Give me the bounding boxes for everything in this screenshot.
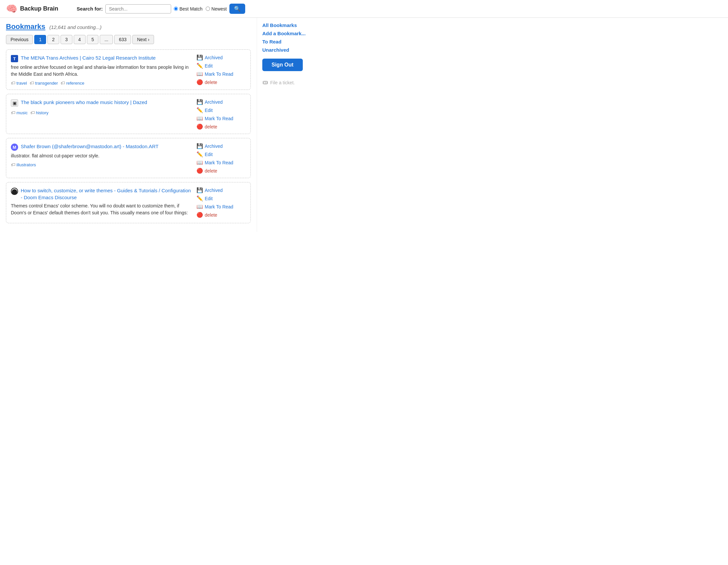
page-1-button[interactable]: 1 — [34, 35, 46, 44]
tag-link[interactable]: 🏷music — [11, 110, 28, 115]
search-input[interactable] — [105, 4, 171, 13]
bookmark-title-row: T The MENA Trans Archives | Cairo 52 Leg… — [11, 54, 193, 62]
bookmark-title-row: ▣ The black punk pioneers who made music… — [11, 99, 193, 107]
next-page-button[interactable]: Next › — [132, 35, 154, 44]
archived-button[interactable]: 💾Archived — [196, 187, 222, 193]
page-title-area: Bookmarks (12,641 and counting...) — [6, 22, 251, 31]
tag-icon: 🏷 — [11, 162, 15, 167]
bookmark-description: free online archive focused on legal and… — [11, 64, 193, 78]
tag-icon: 🏷 — [11, 110, 15, 115]
page-4-button[interactable]: 4 — [74, 35, 86, 44]
page-2-button[interactable]: 2 — [47, 35, 59, 44]
bookmark-list: T The MENA Trans Archives | Cairo 52 Leg… — [6, 49, 251, 223]
edit-button[interactable]: ✏️Edit — [196, 107, 213, 113]
edit-button[interactable]: ✏️Edit — [196, 63, 213, 69]
tag-link[interactable]: 🏷transgender — [30, 80, 58, 86]
main-content: Bookmarks (12,641 and counting...) Previ… — [0, 18, 257, 232]
bookmark-content: M Shafer Brown (@shaferbrown@mastodon.ar… — [11, 143, 193, 174]
logo-area: 🧠 Backup Brain — [6, 3, 58, 14]
bookmark-card: ⬤ How to switch, customize, or write the… — [6, 182, 251, 223]
pagination: Previous 1 2 3 4 5 ... 633 Next › — [6, 35, 251, 44]
favicon-icon: M — [11, 143, 18, 151]
archived-button[interactable]: 💾Archived — [196, 143, 222, 149]
delete-icon: 🔴 — [196, 79, 203, 85]
favicon-icon: ▣ — [11, 99, 18, 107]
page-3-button[interactable]: 3 — [61, 35, 72, 44]
delete-button[interactable]: 🔴delete — [196, 212, 217, 218]
tag-link[interactable]: 🏷illustrators — [11, 162, 36, 167]
radio-group: Best Match Newest — [174, 6, 227, 12]
archived-button[interactable]: 💾Archived — [196, 99, 222, 105]
bookmark-link[interactable]: The MENA Trans Archives | Cairo 52 Legal… — [21, 54, 156, 61]
bookmark-card: ▣ The black punk pioneers who made music… — [6, 94, 251, 134]
bookmark-tags: 🏷travel 🏷transgender 🏷reference — [11, 80, 193, 86]
best-match-label: Best Match — [179, 6, 202, 12]
bookmark-content: T The MENA Trans Archives | Cairo 52 Leg… — [11, 54, 193, 86]
delete-icon: 🔴 — [196, 212, 203, 218]
sidebar: All Bookmarks Add a Bookmark... To Read … — [257, 18, 326, 232]
tag-icon: 🏷 — [30, 110, 35, 115]
mark-to-read-button[interactable]: 📖Mark To Read — [196, 203, 233, 210]
bookmark-actions: 💾Archived ✏️Edit 📖Mark To Read 🔴delete — [196, 54, 246, 86]
page-ellipsis-button[interactable]: ... — [100, 35, 113, 44]
search-area: Search for: Best Match Newest 🔍 — [77, 4, 245, 14]
mark-to-read-button[interactable]: 📖Mark To Read — [196, 159, 233, 166]
page-title[interactable]: Bookmarks — [6, 22, 45, 31]
archived-button[interactable]: 💾Archived — [196, 54, 222, 61]
favicon-icon: T — [11, 55, 18, 62]
bookmark-actions: 💾Archived ✏️Edit 📖Mark To Read 🔴delete — [196, 99, 246, 130]
mark-to-read-button[interactable]: 📖Mark To Read — [196, 71, 233, 77]
file-ticket-link[interactable]: 🎟 File a ticket. — [262, 79, 321, 86]
bookmark-content: ⬤ How to switch, customize, or write the… — [11, 187, 193, 219]
mark-icon: 📖 — [196, 159, 203, 166]
page-633-button[interactable]: 633 — [114, 35, 131, 44]
delete-button[interactable]: 🔴delete — [196, 167, 217, 174]
header: 🧠 Backup Brain Search for: Best Match Ne… — [0, 0, 728, 18]
delete-icon: 🔴 — [196, 167, 203, 174]
search-button[interactable]: 🔍 — [229, 4, 245, 14]
delete-icon: 🔴 — [196, 123, 203, 130]
edit-icon: ✏️ — [196, 151, 203, 157]
sidebar-to-read[interactable]: To Read — [262, 39, 321, 44]
edit-button[interactable]: ✏️Edit — [196, 195, 213, 201]
edit-icon: ✏️ — [196, 107, 203, 113]
bookmark-link[interactable]: Shafer Brown (@shaferbrown@mastodon.art)… — [21, 143, 159, 150]
tag-link[interactable]: 🏷reference — [61, 80, 84, 86]
tag-link[interactable]: 🏷history — [30, 110, 48, 115]
sidebar-unarchived[interactable]: Unarchived — [262, 47, 321, 53]
edit-button[interactable]: ✏️Edit — [196, 151, 213, 157]
archive-icon: 💾 — [196, 143, 203, 149]
bookmark-title-row: M Shafer Brown (@shaferbrown@mastodon.ar… — [11, 143, 193, 151]
layout: Bookmarks (12,641 and counting...) Previ… — [0, 18, 728, 232]
tag-link[interactable]: 🏷travel — [11, 80, 27, 86]
bookmark-tags: 🏷illustrators — [11, 162, 193, 167]
bookmark-actions: 💾Archived ✏️Edit 📖Mark To Read 🔴delete — [196, 143, 246, 174]
brain-cloud-icon: 🧠 — [6, 3, 17, 14]
tag-icon: 🏷 — [30, 80, 34, 86]
mark-icon: 📖 — [196, 71, 203, 77]
sidebar-add-bookmark[interactable]: Add a Bookmark... — [262, 31, 321, 36]
app-name: Backup Brain — [20, 5, 58, 12]
bookmark-card: T The MENA Trans Archives | Cairo 52 Leg… — [6, 49, 251, 90]
bookmark-link[interactable]: How to switch, customize, or write theme… — [21, 187, 193, 201]
bookmark-title-row: ⬤ How to switch, customize, or write the… — [11, 187, 193, 201]
archive-icon: 💾 — [196, 99, 203, 105]
newest-label: Newest — [211, 6, 227, 12]
mark-to-read-button[interactable]: 📖Mark To Read — [196, 115, 233, 121]
search-label: Search for: — [77, 6, 103, 12]
delete-button[interactable]: 🔴delete — [196, 123, 217, 130]
delete-button[interactable]: 🔴delete — [196, 79, 217, 85]
bookmark-actions: 💾Archived ✏️Edit 📖Mark To Read 🔴delete — [196, 187, 246, 219]
best-match-radio[interactable]: Best Match — [174, 6, 202, 12]
page-5-button[interactable]: 5 — [87, 35, 99, 44]
newest-radio[interactable]: Newest — [206, 6, 227, 12]
bookmark-count: (12,641 and counting...) — [49, 24, 101, 30]
bookmark-card: M Shafer Brown (@shaferbrown@mastodon.ar… — [6, 138, 251, 178]
prev-page-button[interactable]: Previous — [6, 35, 33, 44]
ticket-icon: 🎟 — [262, 79, 268, 86]
bookmark-link[interactable]: The black punk pioneers who made music h… — [21, 99, 147, 106]
sidebar-all-bookmarks[interactable]: All Bookmarks — [262, 22, 321, 28]
tag-icon: 🏷 — [11, 80, 15, 86]
sign-out-button[interactable]: Sign Out — [262, 59, 303, 71]
favicon-icon: ⬤ — [11, 188, 18, 195]
